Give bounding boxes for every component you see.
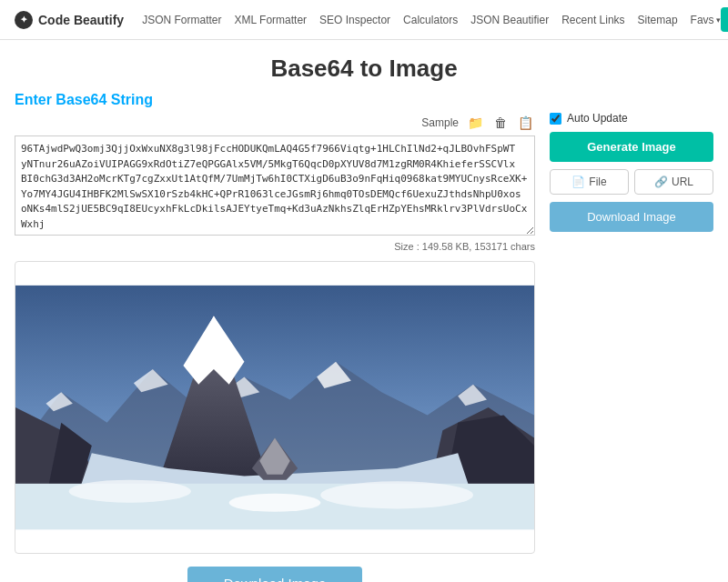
svg-point-18 (320, 481, 473, 508)
main-content: Enter Base64 String Sample 📁 🗑 📋 96TAjwd… (0, 92, 728, 582)
auto-update-row: Auto Update (550, 112, 713, 125)
mountain-image (15, 262, 534, 553)
textarea-toolbar: Sample 📁 🗑 📋 (15, 114, 535, 132)
file-button[interactable]: 📄 File (550, 169, 629, 195)
file-url-row: 📄 File 🔗 URL (550, 169, 713, 195)
download-center: Download Image (15, 567, 535, 582)
download-image-button-main[interactable]: Download Image (187, 567, 363, 582)
sample-label: Sample (421, 116, 459, 129)
nav-recent-links[interactable]: Recent Links (561, 14, 624, 26)
section-label: Enter Base64 String (15, 92, 535, 108)
size-info: Size : 149.58 KB, 153171 chars (15, 241, 535, 252)
url-button[interactable]: 🔗 URL (634, 169, 713, 195)
nav-sitemap[interactable]: Sitemap (638, 14, 678, 26)
page-title-section: Base64 to Image (0, 40, 728, 92)
favs-label: Favs (691, 14, 714, 26)
auto-update-label: Auto Update (567, 112, 628, 125)
url-label: URL (672, 176, 693, 188)
nav-seo-inspector[interactable]: SEO Inspector (319, 14, 390, 26)
nav: JSON Formatter XML Formatter SEO Inspect… (142, 14, 720, 26)
page-title: Base64 to Image (0, 55, 728, 83)
header: ✦ Code Beautify JSON Formatter XML Forma… (0, 0, 728, 40)
trash-icon[interactable]: 🗑 (492, 114, 509, 132)
svg-point-19 (229, 494, 321, 512)
folder-icon[interactable]: 📁 (466, 114, 485, 132)
nav-xml-formatter[interactable]: XML Formatter (234, 14, 307, 26)
file-icon: 📄 (571, 176, 585, 188)
svg-point-17 (69, 480, 191, 503)
login-button[interactable]: Login (721, 7, 728, 32)
nav-json-formatter[interactable]: JSON Formatter (142, 14, 221, 26)
logo-text: Code Beautify (38, 13, 124, 27)
nav-calculators[interactable]: Calculators (403, 14, 458, 26)
logo-icon: ✦ (15, 11, 33, 29)
base64-input[interactable]: 96TAjwdPwQ3omj3QjjOxWxuNX8g3l98jFccHODUK… (15, 135, 535, 236)
left-panel: Enter Base64 String Sample 📁 🗑 📋 96TAjwd… (15, 92, 535, 582)
copy-icon[interactable]: 📋 (516, 114, 535, 132)
download-button-side[interactable]: Download Image (550, 202, 713, 232)
file-label: File (589, 176, 606, 188)
logo: ✦ Code Beautify (15, 11, 124, 29)
nav-json-beautifier[interactable]: JSON Beautifier (470, 14, 549, 26)
chevron-down-icon: ▾ (716, 15, 721, 25)
nav-favs[interactable]: Favs ▾ (691, 14, 721, 26)
image-preview (15, 261, 535, 554)
generate-button[interactable]: Generate Image (550, 132, 713, 162)
auto-update-checkbox[interactable] (550, 113, 561, 125)
right-panel: Auto Update Generate Image 📄 File 🔗 URL … (550, 92, 713, 582)
link-icon: 🔗 (654, 176, 668, 188)
